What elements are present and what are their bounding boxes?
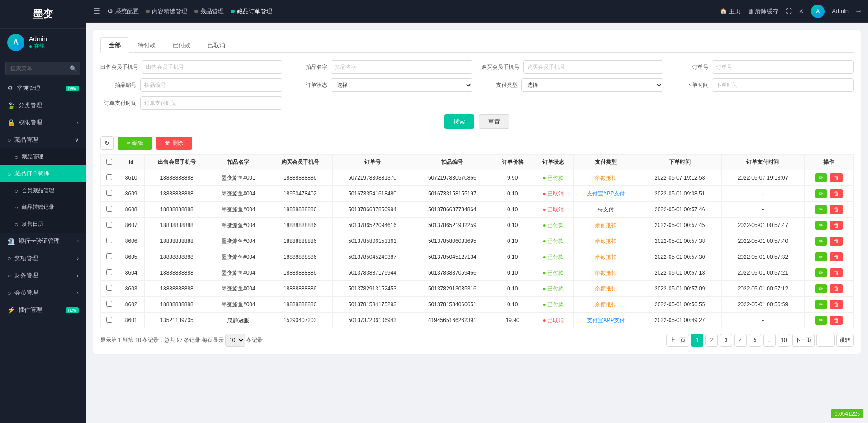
circle-icon: ○ (7, 136, 11, 143)
edit-button[interactable]: ✏ 编辑 (118, 137, 152, 150)
row-delete-button[interactable]: 🗑 (830, 205, 843, 214)
sidebar-item-collection-order-mgmt[interactable]: ○ 藏品订单管理 (0, 165, 86, 182)
row-edit-button[interactable]: ✏ (815, 268, 827, 277)
row-checkbox[interactable] (106, 174, 112, 180)
row-checkbox[interactable] (106, 206, 112, 212)
row-checkbox[interactable] (106, 253, 112, 259)
order-status-select[interactable]: 选择 待付款 已付款 已取消 (331, 78, 473, 92)
sidebar-item-permission-mgmt[interactable]: 🔒 权限管理 › (0, 114, 86, 131)
sidebar-item-member-mgmt[interactable]: ○ 会员管理 › (0, 284, 86, 301)
seller-phone-input[interactable] (142, 60, 282, 74)
tab-paid[interactable]: 已付款 (164, 37, 199, 53)
select-all-checkbox[interactable] (106, 159, 112, 165)
buyer-phone-input[interactable] (523, 60, 663, 74)
sidebar-item-sale-log[interactable]: ○ 发售日历 (0, 216, 86, 233)
order-no-input[interactable] (712, 60, 854, 74)
pay-time-input[interactable] (140, 96, 282, 110)
refresh-button[interactable]: ↻ (100, 136, 114, 150)
td-checkbox (101, 186, 118, 202)
tab-pending-pay[interactable]: 待付款 (129, 37, 164, 53)
page-btn-1[interactable]: 1 (691, 334, 703, 347)
sidebar-item-regular-mgmt[interactable]: ⚙ 常规管理 new (0, 80, 86, 97)
row-edit-button[interactable]: ✏ (815, 189, 827, 198)
row-edit-button[interactable]: ✏ (815, 252, 827, 261)
td-seller-phone: 18888888888 (144, 233, 209, 249)
sidebar-item-bank-verify[interactable]: 🏦 银行卡验证管理 › (0, 233, 86, 250)
payment-type-select[interactable]: 选择 余额抵扣 支付宝APP支付 微信支付 待支付 (521, 78, 663, 92)
nav-item-collection-order-mgmt[interactable]: 藏品订单管理 (231, 7, 272, 15)
circle-icon: ○ (7, 255, 11, 262)
logout-icon[interactable]: ⇥ (856, 8, 861, 14)
sidebar-item-collection-sub[interactable]: ○ 藏品管理 (0, 148, 86, 165)
jump-btn[interactable]: 跳转 (836, 334, 854, 347)
circle-icon: ○ (14, 221, 18, 228)
row-delete-button[interactable]: 🗑 (830, 221, 843, 230)
row-delete-button[interactable]: 🗑 (830, 189, 843, 198)
row-delete-button[interactable]: 🗑 (830, 316, 843, 325)
chevron-right-icon: › (77, 273, 79, 278)
hamburger-icon[interactable]: ☰ (93, 6, 100, 16)
td-auction-no: 4194565166262391 (412, 313, 492, 328)
fullscreen-icon[interactable]: ⛶ (786, 8, 792, 14)
nav-item-collection-mgmt[interactable]: 藏品管理 (194, 7, 224, 15)
row-edit-button[interactable]: ✏ (815, 173, 827, 182)
search-button[interactable]: 搜索 (444, 114, 474, 129)
row-edit-button[interactable]: ✏ (815, 237, 827, 246)
row-checkbox[interactable] (106, 222, 112, 228)
jump-input[interactable] (816, 334, 835, 347)
row-edit-button[interactable]: ✏ (815, 284, 827, 293)
sidebar-item-collection-transfer[interactable]: ○ 藏品转赠记录 (0, 199, 86, 216)
sidebar-item-member-collection-mgmt[interactable]: ○ 会员藏品管理 (0, 182, 86, 199)
row-checkbox[interactable] (106, 269, 112, 275)
row-edit-button[interactable]: ✏ (815, 205, 827, 214)
page-btn-4[interactable]: 4 (734, 334, 747, 347)
order-time-input[interactable] (712, 78, 854, 92)
filter-row-seller-phone: 出售会员手机号 (100, 60, 282, 74)
row-delete-button[interactable]: 🗑 (830, 252, 843, 261)
per-page-select[interactable]: 10 20 50 (225, 334, 245, 347)
bank-icon: 🏦 (7, 238, 15, 245)
nav-item-label: 藏品管理 (200, 7, 224, 15)
next-page-btn[interactable]: 下一页 (792, 334, 815, 347)
row-edit-button[interactable]: ✏ (815, 221, 827, 230)
page-btn-3[interactable]: 3 (720, 334, 732, 347)
page-btn-2[interactable]: 2 (705, 334, 718, 347)
row-checkbox[interactable] (106, 317, 112, 323)
row-checkbox[interactable] (106, 301, 112, 307)
tab-all[interactable]: 全部 (100, 37, 129, 53)
row-delete-button[interactable]: 🗑 (830, 300, 843, 309)
reset-button[interactable]: 重置 (479, 114, 509, 129)
td-status: ● 已取消 (533, 202, 574, 218)
close-icon[interactable]: ✕ (799, 8, 804, 14)
row-delete-button[interactable]: 🗑 (830, 284, 843, 293)
row-delete-button[interactable]: 🗑 (830, 268, 843, 277)
nav-item-content-mgmt[interactable]: 内容精选管理 (146, 7, 187, 15)
sidebar-item-plugin-mgmt[interactable]: ⚡ 插件管理 new (0, 301, 86, 318)
td-auction-no: 5013786521982259 (412, 218, 492, 233)
row-edit-button[interactable]: ✏ (815, 316, 827, 325)
row-checkbox[interactable] (106, 190, 112, 196)
nav-item-system-config[interactable]: ⚙ 系统配置 (108, 7, 139, 15)
auction-name-input[interactable] (331, 60, 473, 74)
sidebar-item-prize-mgmt[interactable]: ○ 奖项管理 › (0, 250, 86, 267)
clear-cache-link[interactable]: 🗑 清除缓存 (748, 7, 779, 15)
sidebar-item-category-mgmt[interactable]: 🍃 分类管理 (0, 97, 86, 114)
sidebar-item-collection-mgmt[interactable]: ○ 藏品管理 ∨ (0, 131, 86, 148)
row-delete-button[interactable]: 🗑 (830, 237, 843, 246)
page-btn-5[interactable]: 5 (749, 334, 761, 347)
tab-cancelled[interactable]: 已取消 (199, 37, 234, 53)
sidebar-item-finance-mgmt[interactable]: ○ 财务管理 › (0, 267, 86, 284)
prev-page-btn[interactable]: 上一页 (666, 334, 689, 347)
row-checkbox[interactable] (106, 238, 112, 243)
page-btn-10[interactable]: 10 (778, 334, 790, 347)
row-checkbox[interactable] (106, 285, 112, 291)
home-link[interactable]: 🏠 主页 (720, 7, 741, 15)
delete-button[interactable]: 🗑 删除 (156, 137, 192, 150)
row-edit-button[interactable]: ✏ (815, 300, 827, 309)
plugin-icon: ⚡ (7, 306, 15, 314)
table-row: 8604 18888888888 墨变鮨鱼#004 18888888886 50… (101, 265, 854, 281)
auction-no-input[interactable] (140, 78, 282, 92)
app-logo: 墨变 (0, 0, 86, 29)
search-icon[interactable]: 🔍 (70, 65, 77, 72)
row-delete-button[interactable]: 🗑 (830, 173, 843, 182)
